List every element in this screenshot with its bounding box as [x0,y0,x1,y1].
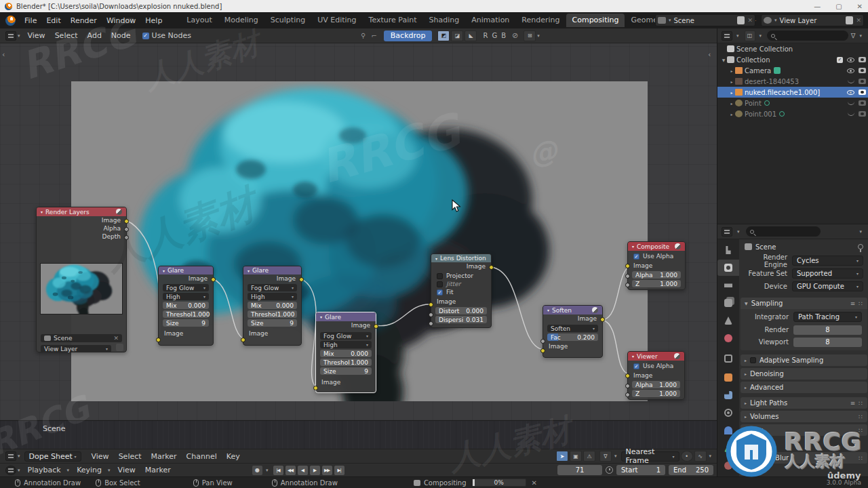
socket-image-in[interactable] [156,338,161,342]
socket-image-out[interactable] [211,277,216,282]
tl-menu-playback[interactable]: Playback [23,466,66,474]
frame-start-field[interactable]: Start1 [616,465,665,475]
node-menu-add[interactable]: Add [83,31,106,40]
pin-icon[interactable]: ⚲ [361,32,366,39]
socket-alpha-in[interactable] [625,274,630,279]
new-view-layer-icon[interactable] [846,16,853,24]
node-header[interactable]: ▾Lens Distortion [431,254,491,262]
glare-type-dropdown[interactable]: Fog Glow▾ [320,332,372,340]
ds-menu-marker[interactable]: Marker [146,452,182,461]
node-header[interactable]: ▾Viewer [628,352,684,361]
tab-output[interactable] [717,277,739,293]
timeline-editor-icon[interactable] [5,466,16,475]
tab-modeling[interactable]: Modeling [218,14,264,27]
device-dropdown[interactable]: GPU Compute▾ [792,281,863,291]
jitter-checkbox[interactable] [437,281,443,287]
socket-alpha-in[interactable] [625,384,630,388]
size-slider[interactable]: Size9 [320,367,372,375]
tab-tool[interactable] [717,242,739,258]
socket-distort-in[interactable] [429,312,433,317]
show-hidden-icon[interactable]: ▣ [570,451,582,462]
mix-slider[interactable]: Mix0.000 [248,302,297,309]
dope-sheet-mode-dropdown[interactable]: Dope Sheet▾ [24,451,81,462]
current-frame-field[interactable]: 71 [557,465,602,475]
socket-image-out[interactable] [124,219,129,224]
menu-file[interactable]: File [20,16,41,25]
hide-eye-icon[interactable] [847,90,854,95]
unlink-scene-icon[interactable]: ✕ [747,17,753,24]
threshold-slider[interactable]: Threshol1.000 [163,310,209,318]
node-menu-node[interactable]: Node [106,31,136,40]
jump-end-button[interactable]: ▶| [334,466,344,475]
render-visibility-icon[interactable] [859,111,866,117]
properties-search-input[interactable] [746,226,821,237]
node-editor-canvas[interactable]: ‹ ‹ [0,43,717,420]
adaptive-sampling-checkbox[interactable] [750,357,756,363]
glare-quality-dropdown[interactable]: High▾ [163,293,209,300]
collection-checkbox[interactable]: ✓ [837,57,843,63]
filter-type-dropdown[interactable]: Soften▾ [547,325,598,332]
tl-menu-marker[interactable]: Marker [140,466,176,474]
properties-editor-icon[interactable] [722,227,732,237]
alpha-slider[interactable]: Alpha1.000 [632,381,680,388]
tl-menu-keying[interactable]: Keying [72,466,106,474]
glare-quality-dropdown[interactable]: High▾ [248,293,297,300]
render-layer-button[interactable] [116,344,123,351]
tab-shading[interactable]: Shading [423,14,466,27]
close-button[interactable]: ✕ [857,3,863,10]
socket-image-out[interactable] [374,324,378,329]
node-menu-select[interactable]: Select [50,31,83,40]
editor-type-icon[interactable] [5,31,16,41]
remove-view-layer-icon[interactable]: ✕ [856,17,861,24]
tab-uv-editing[interactable]: UV Editing [311,14,362,27]
outliner-row-nuked-filecache[interactable]: ▸ nuked.filecache1.000] [717,87,868,98]
node-composite[interactable]: ▾Composite ✓Use Alpha Image Alpha1.000 Z… [627,241,686,290]
fac-slider[interactable]: Fac0.200 [547,333,598,341]
glare-type-dropdown[interactable]: Fog Glow▾ [248,284,297,291]
tab-render[interactable] [717,260,739,276]
sidebar-expand-chevron[interactable]: ‹ [708,50,711,59]
node-glare-3[interactable]: ▾Glare Image Fog Glow▾ High▾ Mix0.000 Th… [315,312,376,393]
render-visibility-icon[interactable] [859,68,866,73]
channel-b-button[interactable]: B [499,32,508,39]
socket-image-in[interactable] [313,386,318,390]
tab-collection[interactable] [717,350,739,367]
advanced-section[interactable]: ▸Advanced [741,382,867,393]
outliner-search-input[interactable] [767,30,848,41]
outliner-editor-icon[interactable] [722,31,732,41]
presets-icon[interactable]: ≡ ∷ [850,300,863,307]
dispersion-slider[interactable]: Dispersi0.031 [435,316,487,323]
channel-scene[interactable]: Scene [43,424,66,433]
integrator-dropdown[interactable]: Path Tracing▾ [793,312,862,322]
use-alpha-checkbox[interactable]: ✓ [633,253,639,260]
tab-layout[interactable]: Layout [180,14,218,27]
render-visibility-icon[interactable] [859,57,866,62]
z-slider[interactable]: Z1.000 [632,390,680,397]
backdrop-toggle[interactable]: Backdrop [384,30,433,41]
jump-start-button[interactable]: |◀ [273,466,283,475]
channel-r-button[interactable]: R [481,32,490,39]
outliner-row-camera[interactable]: ▸ Camera [717,65,868,76]
node-header[interactable]: ▾Glare [243,266,301,274]
snapping-icon[interactable]: ⊘ [512,31,518,40]
alpha-icon[interactable]: ◪ [451,30,463,41]
mix-slider[interactable]: Mix0.000 [320,350,372,357]
frame-end-field[interactable]: End250 [669,465,713,475]
render-visibility-icon[interactable] [859,100,866,106]
outliner-row-scene-collection[interactable]: Scene Collection [717,43,868,54]
tab-sculpting[interactable]: Sculpting [264,14,311,27]
scene-selector[interactable]: ▾ Scene ✕ [655,14,755,26]
node-menu-view[interactable]: View [23,31,50,40]
node-header[interactable]: ▾Render Layers [37,207,126,216]
image-combined-icon[interactable]: ◩ [437,30,450,41]
proportional-edit-icon[interactable]: • [681,451,693,462]
fit-checkbox[interactable]: ✓ [437,289,443,296]
view-layer-dropdown[interactable]: View Layer▾ [41,345,111,352]
tl-menu-view[interactable]: View [113,466,140,474]
tab-scene[interactable] [717,312,739,329]
node-lens-distortion[interactable]: ▾Lens Distortion Image Projector Jitter … [431,253,492,328]
play-reverse-button[interactable]: ◀ [298,466,308,475]
light-paths-section[interactable]: ▸Light Paths ≡ ∷ [741,397,867,409]
use-alpha-checkbox[interactable]: ✓ [633,363,639,369]
snap-dropdown[interactable]: Nearest Frame▾ [621,451,679,462]
